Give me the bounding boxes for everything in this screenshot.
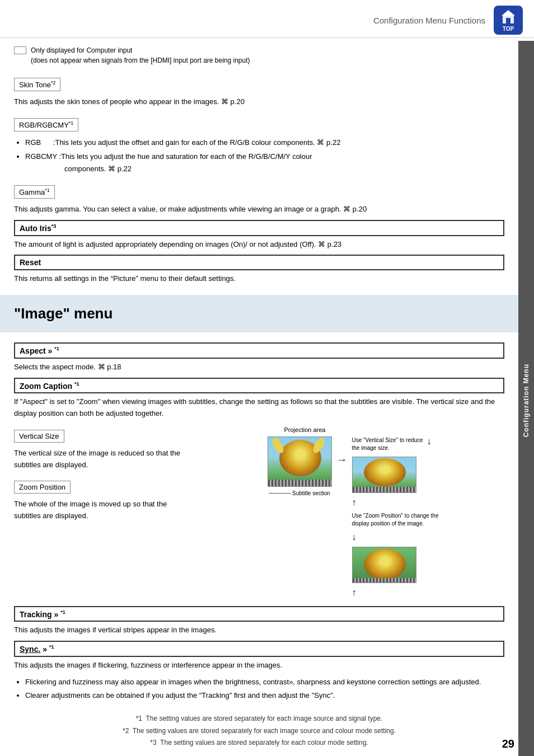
gamma-section: Gamma*1 This adjusts gamma. You can sele… (14, 180, 504, 215)
subtitle-bar (268, 480, 331, 486)
svg-marker-1 (502, 10, 515, 16)
reset-body: This returns all settings in the “Pictur… (14, 273, 504, 285)
reduced-flower-center (364, 458, 406, 486)
zoom-diagram: Projection area (268, 436, 442, 598)
tracking-body: This adjusts the images if vertical stri… (14, 624, 504, 636)
aspect-body: Selects the aspect mode. ⌘ p.18 (14, 361, 504, 373)
footnotes: *1 The setting values are stored separat… (14, 713, 504, 749)
vertical-size-body: The vertical size of the image is reduce… (14, 448, 193, 471)
home-icon (500, 9, 516, 25)
rgb-section: RGB/RGBCMY*1 RGB :This lets you adjust t… (14, 112, 504, 175)
rgb-bullet2: RGBCMY :This lets you adjust the hue and… (25, 151, 504, 175)
sync-bullet1: Flickering and fuzziness may also appear… (25, 676, 504, 688)
up-arrow-2: ↑ (352, 588, 357, 598)
moved-subtitle-bar (353, 578, 416, 583)
vertical-size-note: Use "Vertical Size" to reduce the image … (352, 436, 425, 452)
right-arrow: → (336, 453, 348, 466)
skin-tone-section: Skin Tone*2 This adjusts the skin tones … (14, 72, 504, 108)
footnote-1: *1 The setting values are stored separat… (14, 713, 504, 725)
rgb-heading: RGB/RGBCMY*1 (14, 118, 78, 132)
sidebar-tab: Configuration Menu (518, 41, 534, 756)
sync-arrow: » (43, 645, 47, 654)
result-images-stack: Use "Vertical Size" to reduce the image … (352, 436, 442, 598)
aspect-arrow: » (48, 346, 53, 355)
skin-tone-heading: Skin Tone*2 (14, 78, 60, 91)
aspect-section: Aspect » *1 Selects the aspect mode. ⌘ p… (14, 342, 504, 373)
auto-iris-section: Auto Iris*3 The amount of light is adjus… (14, 220, 504, 250)
zoom-position-heading: Zoom Position (14, 481, 71, 494)
vertical-size-result: Use "Vertical Size" to reduce the image … (352, 436, 432, 452)
image-menu-title: "Image" menu (14, 305, 504, 322)
computer-input-note: Only displayed for Computer input (does … (14, 45, 504, 65)
sidebar-tab-label: Configuration Menu (522, 364, 530, 437)
zoom-caption-heading: Zoom Caption *1 (14, 378, 504, 394)
rgb-bullet1: RGB :This lets you adjust the offset and… (25, 137, 504, 149)
content-area: Only displayed for Computer input (does … (0, 41, 518, 756)
sync-bullet2: Clearer adjustments can be obtained if y… (25, 689, 504, 702)
top-label: TOP (503, 26, 514, 32)
original-flower-image (268, 436, 332, 487)
header: Configuration Menu Functions TOP (0, 0, 534, 38)
gamma-heading: Gamma*1 (14, 185, 55, 199)
tracking-arrow: » (54, 609, 58, 618)
top-icon: TOP (494, 6, 523, 35)
aspect-heading: Aspect » *1 (14, 342, 504, 359)
main-layout: Only displayed for Computer input (does … (0, 41, 534, 756)
moved-flower-center (364, 549, 406, 580)
subtitle-label-wrapper: Subtitle section (269, 490, 330, 496)
down-arrow-2: ↓ (352, 532, 357, 542)
reduced-subtitle-bar (353, 487, 416, 492)
original-image-stack: Projection area (268, 436, 332, 496)
moved-flower-image (352, 547, 416, 583)
zoom-diagram-column: Projection area (204, 424, 504, 598)
vertical-size-heading: Vertical Size (14, 430, 64, 443)
page-number: 29 (502, 738, 514, 750)
note-text: Only displayed for Computer input (does … (31, 45, 250, 65)
footnote-2: *2 The setting values are stored separat… (14, 725, 504, 738)
zoom-caption-content: Vertical Size The vertical size of the i… (14, 424, 504, 598)
sync-bullets: Flickering and fuzziness may also appear… (25, 676, 504, 702)
tracking-heading: Tracking » *1 (14, 606, 504, 622)
rgb-bullets: RGB :This lets you adjust the offset and… (25, 137, 504, 175)
down-arrow-1: ↓ (427, 436, 432, 447)
reset-section: Reset This returns all settings in the “… (14, 255, 504, 285)
zoom-text-column: Vertical Size The vertical size of the i… (14, 424, 193, 598)
zoom-caption-section: Zoom Caption *1 If "Aspect" is set to "Z… (14, 378, 504, 598)
auto-iris-body: The amount of light is adjusted appropri… (14, 239, 504, 251)
reset-heading: Reset (14, 255, 504, 270)
zoom-position-body: The whole of the image is moved up so th… (14, 499, 193, 522)
zoom-position-note: Use "Zoom Position" to change the displa… (352, 512, 442, 528)
sync-body: This adjusts the images if flickering, f… (14, 660, 504, 672)
up-arrow-1: ↑ (352, 497, 357, 508)
image-menu-section: "Image" menu (0, 295, 518, 332)
sync-heading: Sync. » *1 (14, 641, 504, 657)
reduced-flower-image (352, 457, 416, 493)
auto-iris-heading: Auto Iris*3 (14, 220, 504, 236)
gamma-body: This adjusts gamma. You can select a val… (14, 204, 504, 215)
sync-section: Sync. » *1 This adjusts the images if fl… (14, 641, 504, 702)
footnote-3: *3 The setting values are stored separat… (14, 737, 504, 749)
projection-area-label: Projection area (284, 426, 326, 433)
skin-tone-body: This adjusts the skin tones of people wh… (14, 96, 504, 108)
svg-rect-2 (506, 18, 510, 24)
note-rect-icon (14, 46, 26, 54)
projection-area-wrapper: Projection area (268, 436, 332, 487)
header-title: Configuration Menu Functions (11, 16, 494, 25)
zoom-caption-body: If "Aspect" is set to "Zoom" when viewin… (14, 396, 504, 420)
subtitle-section-label: Subtitle section (292, 490, 330, 496)
tracking-section: Tracking » *1 This adjusts the images if… (14, 606, 504, 636)
